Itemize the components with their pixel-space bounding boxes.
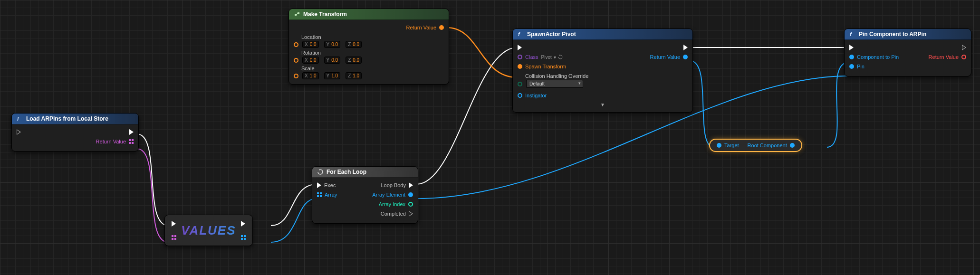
exec-in-pin[interactable]: Exec: [317, 182, 336, 188]
node-make-transform[interactable]: Make Transform Return Value Location X0.…: [288, 9, 449, 85]
svg-rect-1: [295, 14, 297, 16]
reset-icon[interactable]: [558, 55, 563, 59]
exec-in-pin[interactable]: [17, 129, 21, 135]
node-values[interactable]: VALUES: [164, 215, 253, 246]
return-value-pin[interactable]: Return Value: [96, 139, 134, 144]
completed-pin[interactable]: Completed: [381, 211, 413, 217]
map-in-pin[interactable]: [172, 235, 176, 240]
exec-out-pin[interactable]: [962, 45, 966, 50]
collision-label: Collision Handling Override: [525, 73, 688, 79]
exec-in-pin[interactable]: [172, 221, 176, 227]
return-value-pin[interactable]: Return Value: [650, 54, 688, 60]
node-root-component-getter[interactable]: Target Root Component: [710, 140, 801, 151]
node-header: f Pin Component to ARPin: [845, 29, 971, 40]
node-for-each-loop[interactable]: For Each Loop Exec Loop Body Array Array…: [312, 166, 418, 224]
class-picker[interactable]: Pivot▾: [541, 55, 563, 60]
array-in-pin[interactable]: Array: [317, 192, 337, 198]
node-title: Make Transform: [303, 11, 347, 18]
loc-x[interactable]: X0.0: [302, 41, 319, 48]
collision-dropdown[interactable]: Default: [526, 80, 583, 88]
function-icon: f: [518, 31, 524, 38]
exec-in-pin[interactable]: [849, 45, 854, 50]
array-element-pin[interactable]: Array Element: [372, 192, 413, 198]
svg-rect-2: [298, 12, 299, 14]
loc-z[interactable]: Z0.0: [346, 41, 362, 48]
target-pin[interactable]: Target: [717, 142, 739, 148]
struct-icon: [294, 11, 300, 18]
scl-z[interactable]: Z1.0: [346, 72, 362, 79]
loop-icon: [317, 169, 324, 175]
rot-y[interactable]: Y0.0: [324, 57, 341, 64]
svg-text:f: f: [17, 116, 19, 122]
array-out-pin[interactable]: [241, 235, 246, 240]
exec-out-pin[interactable]: [129, 129, 134, 135]
svg-text:f: f: [850, 31, 852, 37]
rot-x[interactable]: X0.0: [302, 57, 319, 64]
node-title: SpawnActor Pivot: [527, 31, 576, 38]
component-to-pin-pin[interactable]: Component to Pin: [849, 54, 899, 60]
function-icon: f: [17, 115, 23, 122]
exec-in-pin[interactable]: [518, 45, 522, 50]
values-label: VALUES: [181, 223, 236, 238]
node-load-arpins[interactable]: f Load ARPins from Local Store Return Va…: [11, 113, 139, 152]
scale-label: Scale: [301, 66, 444, 71]
scl-y[interactable]: Y1.0: [324, 72, 341, 79]
root-component-pin[interactable]: Root Component: [748, 142, 795, 148]
loop-body-pin[interactable]: Loop Body: [381, 182, 413, 188]
exec-out-pin[interactable]: [241, 221, 245, 227]
node-pin-component-to-arpin[interactable]: f Pin Component to ARPin Component to Pi…: [844, 28, 971, 76]
scale-pin[interactable]: X1.0 Y1.0 Z1.0: [294, 72, 444, 79]
return-value-pin[interactable]: Return Value: [406, 25, 444, 30]
node-header: f SpawnActor Pivot: [513, 29, 692, 40]
exec-out-pin[interactable]: [683, 45, 688, 50]
function-icon: f: [849, 31, 856, 38]
svg-text:f: f: [518, 31, 520, 37]
expand-arrow-icon[interactable]: ▼: [518, 100, 688, 107]
rotation-label: Rotation: [301, 50, 444, 56]
collision-pin[interactable]: Default: [518, 80, 688, 88]
node-title: Pin Component to ARPin: [859, 31, 926, 38]
rot-z[interactable]: Z0.0: [346, 57, 362, 64]
pin-pin[interactable]: Pin: [849, 64, 865, 69]
scl-x[interactable]: X1.0: [302, 72, 319, 79]
array-index-pin[interactable]: Array Index: [379, 201, 413, 207]
node-title: For Each Loop: [327, 169, 366, 175]
node-header: f Load ARPins from Local Store: [12, 114, 138, 124]
node-header: Make Transform: [289, 9, 449, 20]
loc-y[interactable]: Y0.0: [324, 41, 341, 48]
return-value-pin[interactable]: Return Value: [929, 54, 966, 60]
node-header: For Each Loop: [312, 167, 418, 178]
class-pin[interactable]: Class Pivot▾: [518, 54, 563, 60]
node-title: Load ARPins from Local Store: [26, 115, 108, 122]
location-label: Location: [301, 34, 444, 40]
canvas-grid[interactable]: [0, 0, 980, 275]
instigator-pin[interactable]: Instigator: [518, 93, 547, 98]
spawn-transform-pin[interactable]: Spawn Transform: [518, 64, 566, 69]
location-pin[interactable]: X0.0 Y0.0 Z0.0: [294, 41, 444, 48]
rotation-pin[interactable]: X0.0 Y0.0 Z0.0: [294, 57, 444, 64]
node-spawn-actor[interactable]: f SpawnActor Pivot Class Pivot▾ Return V…: [512, 28, 693, 113]
